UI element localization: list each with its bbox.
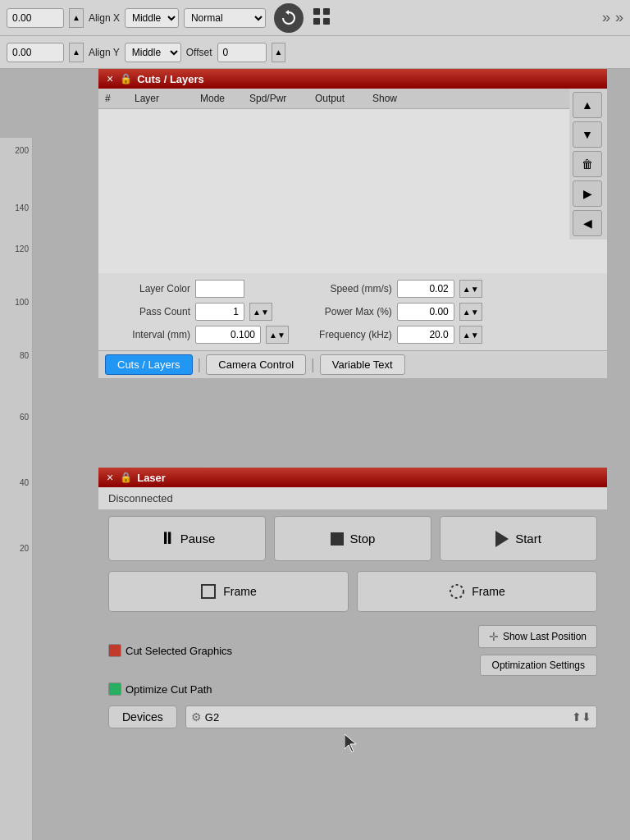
offset-input[interactable]: 0 <box>217 43 267 62</box>
show-last-position-btn[interactable]: ✛ Show Last Position <box>478 625 597 648</box>
speed-label: Speed (mm/s) <box>310 283 392 294</box>
ruler-mark-20: 20 <box>20 544 29 553</box>
align-x-label: Align X <box>89 12 120 24</box>
ruler-mark-140: 140 <box>15 203 29 212</box>
delete-btn[interactable]: 🗑 <box>573 151 602 177</box>
col-header-mode: Mode <box>194 91 243 106</box>
optimize-cut-path-checkbox-icon <box>108 682 121 696</box>
frequency-row: Frequency (kHz) ▲▼ <box>310 326 482 344</box>
play-icon <box>495 531 509 547</box>
frequency-input[interactable] <box>397 326 454 344</box>
move-up-btn[interactable]: ▲ <box>573 92 602 118</box>
laser-lock-icon: 🔒 <box>120 472 132 483</box>
expand-right-icon[interactable]: » <box>602 9 610 26</box>
col-header-show: Show <box>366 91 415 106</box>
pass-count-label: Pass Count <box>108 306 190 317</box>
tab-camera-control[interactable]: Camera Control <box>206 354 306 375</box>
stop-button[interactable]: Stop <box>274 516 431 561</box>
cuts-layers-close-btn[interactable]: × <box>105 72 115 85</box>
optimize-cut-path-text: Optimize Cut Path <box>126 683 212 696</box>
blend-mode-select[interactable]: Normal <box>184 8 266 28</box>
device-selector[interactable]: ⚙ G2 ⬆⬇ <box>185 705 597 728</box>
frame-circle-label: Frame <box>472 585 504 598</box>
grid-icon[interactable] <box>312 7 331 29</box>
y-ruler: 200 140 120 100 80 60 40 20 <box>0 138 33 840</box>
pass-count-input[interactable] <box>195 303 244 321</box>
pause-button[interactable]: ⏸ Pause <box>108 516 266 561</box>
frame-buttons-row: Frame Frame <box>98 568 607 620</box>
frame-circle-button[interactable]: Frame <box>357 571 597 612</box>
frequency-stepper[interactable]: ▲▼ <box>459 326 482 344</box>
svg-rect-5 <box>202 585 215 598</box>
ruler-mark-120: 120 <box>15 244 29 253</box>
align-y-label: Align Y <box>89 47 120 58</box>
move-down-btn[interactable]: ▼ <box>573 121 602 148</box>
offset-stepper[interactable]: ▲ <box>272 43 286 62</box>
speed-row: Speed (mm/s) ▲▼ <box>310 280 482 298</box>
cut-selected-checkbox-icon <box>108 644 121 657</box>
start-label: Start <box>515 532 541 546</box>
expand-right2-icon[interactable]: » <box>615 9 623 26</box>
top-toolbar-row1: 0.00 ▲ Align X Middle Left Right Normal … <box>0 0 630 36</box>
laser-close-btn[interactable]: × <box>105 471 115 484</box>
ruler-mark-40: 40 <box>20 478 29 487</box>
interval-stepper[interactable]: ▲▼ <box>266 326 289 344</box>
layer-properties: Layer Color Pass Count ▲▼ Interval (mm) … <box>98 273 607 350</box>
power-max-stepper[interactable]: ▲▼ <box>459 303 482 321</box>
laser-title: Laser <box>137 472 166 484</box>
power-max-label: Power Max (%) <box>310 306 392 317</box>
frame-square-label: Frame <box>223 585 256 598</box>
pause-icon: ⏸ <box>159 529 174 548</box>
cuts-layers-lock-icon: 🔒 <box>120 73 132 84</box>
y-position-input[interactable]: 0.00 <box>7 43 64 62</box>
col-header-hash: # <box>98 91 128 106</box>
devices-row: Devices ⚙ G2 ⬆⬇ <box>98 701 607 735</box>
speed-stepper[interactable]: ▲▼ <box>459 280 482 298</box>
speed-input[interactable] <box>397 280 454 298</box>
interval-row: Interval (mm) ▲▼ <box>108 326 289 344</box>
svg-rect-2 <box>323 8 330 15</box>
tab-variable-text[interactable]: Variable Text <box>320 354 405 375</box>
align-x-select[interactable]: Middle Left Right <box>125 8 179 28</box>
crosshair-icon: ✛ <box>489 630 499 643</box>
interval-input[interactable] <box>195 326 261 344</box>
interval-label: Interval (mm) <box>108 329 190 340</box>
device-dropdown-arrow: ⬆⬇ <box>572 710 591 724</box>
svg-rect-1 <box>313 8 320 15</box>
optimize-cut-path-label[interactable]: Optimize Cut Path <box>108 682 212 696</box>
rotate-icon[interactable] <box>274 3 304 33</box>
align-y-select[interactable]: Middle Top Bottom <box>125 43 181 62</box>
layer-color-picker[interactable] <box>195 280 244 298</box>
ruler-mark-200: 200 <box>15 146 29 155</box>
devices-button[interactable]: Devices <box>108 705 177 728</box>
cut-selected-label: Cut Selected Graphics <box>126 645 232 657</box>
x-stepper-up[interactable]: ▲ <box>69 8 84 28</box>
tab-cuts-layers[interactable]: Cuts / Layers <box>105 354 193 375</box>
cut-selected-checkbox-label[interactable]: Cut Selected Graphics <box>108 644 232 657</box>
laser-titlebar: × 🔒 Laser <box>98 468 607 487</box>
frequency-label: Frequency (kHz) <box>310 329 392 340</box>
power-max-input[interactable] <box>397 303 454 321</box>
layer-color-label: Layer Color <box>108 283 190 294</box>
col-header-spdpwr: Spd/Pwr <box>243 91 308 106</box>
cuts-layers-table-header: # Layer Mode Spd/Pwr Output Show <box>98 89 607 109</box>
device-gear-icon: ⚙ <box>191 710 202 724</box>
side-buttons: ▲ ▼ 🗑 ▶ ◀ <box>569 89 607 240</box>
cuts-layers-table-body[interactable] <box>98 109 607 273</box>
control-buttons-row: ⏸ Pause Stop Start <box>98 509 607 568</box>
frame-square-button[interactable]: Frame <box>108 571 349 612</box>
cuts-layers-titlebar: × 🔒 Cuts / Layers <box>98 69 607 89</box>
collapse-btn[interactable]: ◀ <box>573 210 602 236</box>
start-button[interactable]: Start <box>440 516 597 561</box>
pass-count-stepper[interactable]: ▲▼ <box>249 303 272 321</box>
options-row: Cut Selected Graphics ✛ Show Last Positi… <box>98 620 607 681</box>
y-stepper-up[interactable]: ▲ <box>69 43 84 62</box>
device-name: G2 <box>205 711 219 724</box>
power-max-row: Power Max (%) ▲▼ <box>310 303 482 321</box>
tab-separator1: | <box>198 356 202 373</box>
expand-btn[interactable]: ▶ <box>573 180 602 207</box>
optimization-settings-btn[interactable]: Optimization Settings <box>480 655 597 676</box>
svg-rect-4 <box>323 18 330 25</box>
top-toolbar-row2: 0.00 ▲ Align Y Middle Top Bottom Offset … <box>0 36 630 69</box>
x-position-input[interactable]: 0.00 <box>7 8 64 28</box>
